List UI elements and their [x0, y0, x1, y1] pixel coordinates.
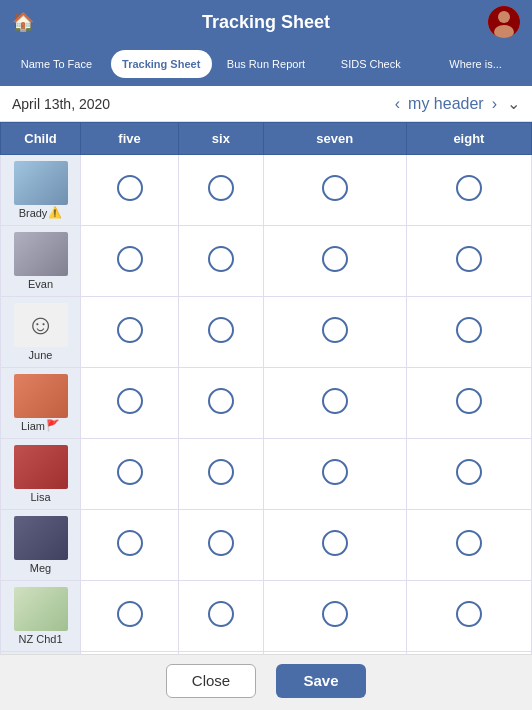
check-cell	[263, 581, 406, 652]
check-circle[interactable]	[208, 459, 234, 485]
child-photo	[14, 587, 68, 631]
check-circle[interactable]	[117, 317, 143, 343]
check-circle[interactable]	[117, 388, 143, 414]
check-cell	[81, 439, 179, 510]
check-cell	[263, 368, 406, 439]
tracking-table-container: Child five six seven eight Brady⚠️Evan☺J…	[0, 122, 532, 654]
child-photo: ☺	[14, 303, 68, 347]
check-cell	[81, 155, 179, 226]
tab-where-is[interactable]: Where is...	[425, 50, 526, 78]
save-button[interactable]: Save	[276, 664, 366, 698]
check-circle[interactable]	[322, 459, 348, 485]
check-circle[interactable]	[117, 601, 143, 627]
check-circle[interactable]	[322, 388, 348, 414]
check-cell	[406, 368, 531, 439]
table-row: Meg	[1, 510, 532, 581]
prev-date-button[interactable]: ‹	[395, 95, 400, 113]
close-button[interactable]: Close	[166, 664, 256, 698]
avatar[interactable]	[488, 6, 520, 38]
check-circle[interactable]	[322, 317, 348, 343]
date-bar: April 13th, 2020 ‹ my header › ⌄	[0, 86, 532, 122]
check-circle[interactable]	[322, 175, 348, 201]
check-cell	[81, 581, 179, 652]
child-flag: ⚠️	[48, 206, 62, 219]
check-cell	[81, 510, 179, 581]
check-circle[interactable]	[117, 530, 143, 556]
check-cell	[81, 297, 179, 368]
table-row: Brady⚠️	[1, 155, 532, 226]
child-name: Liam	[21, 420, 45, 432]
check-circle[interactable]	[117, 459, 143, 485]
check-cell	[406, 226, 531, 297]
tab-sids-check[interactable]: SIDS Check	[320, 50, 421, 78]
check-circle[interactable]	[322, 601, 348, 627]
child-name: Lisa	[30, 491, 50, 503]
svg-point-1	[498, 11, 510, 23]
header-label: my header	[408, 95, 484, 113]
table-row: Lisa	[1, 439, 532, 510]
check-circle[interactable]	[117, 175, 143, 201]
check-circle[interactable]	[322, 246, 348, 272]
check-cell	[406, 439, 531, 510]
tab-bus-run-report[interactable]: Bus Run Report	[216, 50, 317, 78]
child-cell-meg: Meg	[1, 510, 81, 581]
check-circle[interactable]	[456, 388, 482, 414]
child-cell-nz chd1: NZ Chd1	[1, 581, 81, 652]
table-row: NZ Chd1	[1, 581, 532, 652]
child-cell-brady: Brady⚠️	[1, 155, 81, 226]
tab-name-to-face[interactable]: Name To Face	[6, 50, 107, 78]
check-circle[interactable]	[456, 459, 482, 485]
child-name: Evan	[28, 278, 53, 290]
check-circle[interactable]	[322, 530, 348, 556]
child-name: Brady	[19, 207, 48, 219]
check-cell	[81, 368, 179, 439]
check-cell	[406, 155, 531, 226]
dropdown-icon[interactable]: ⌄	[507, 94, 520, 113]
current-date: April 13th, 2020	[12, 96, 395, 112]
check-circle[interactable]	[208, 175, 234, 201]
check-cell	[179, 439, 264, 510]
top-bar: 🏠 Tracking Sheet	[0, 0, 532, 44]
check-circle[interactable]	[456, 246, 482, 272]
child-photo	[14, 516, 68, 560]
check-cell	[263, 226, 406, 297]
home-icon[interactable]: 🏠	[12, 11, 34, 33]
check-circle[interactable]	[456, 175, 482, 201]
col-header-five: five	[81, 123, 179, 155]
col-header-eight: eight	[406, 123, 531, 155]
child-photo	[14, 445, 68, 489]
check-circle[interactable]	[208, 601, 234, 627]
check-cell	[406, 581, 531, 652]
table-row: Evan	[1, 226, 532, 297]
child-photo	[14, 232, 68, 276]
table-row: Liam🚩	[1, 368, 532, 439]
check-cell	[179, 368, 264, 439]
tab-tracking-sheet[interactable]: Tracking Sheet	[111, 50, 212, 78]
check-cell	[179, 226, 264, 297]
child-flag: 🚩	[46, 419, 60, 432]
check-cell	[179, 297, 264, 368]
check-circle[interactable]	[117, 246, 143, 272]
check-cell	[179, 581, 264, 652]
check-cell	[179, 510, 264, 581]
check-circle[interactable]	[208, 530, 234, 556]
check-cell	[263, 510, 406, 581]
nav-tabs: Name To Face Tracking Sheet Bus Run Repo…	[0, 44, 532, 86]
check-circle[interactable]	[208, 317, 234, 343]
next-date-button[interactable]: ›	[492, 95, 497, 113]
check-circle[interactable]	[456, 601, 482, 627]
tracking-table: Child five six seven eight Brady⚠️Evan☺J…	[0, 122, 532, 654]
check-circle[interactable]	[208, 246, 234, 272]
col-header-seven: seven	[263, 123, 406, 155]
check-cell	[81, 226, 179, 297]
child-cell-lisa: Lisa	[1, 439, 81, 510]
check-cell	[406, 510, 531, 581]
check-circle[interactable]	[456, 530, 482, 556]
child-photo	[14, 161, 68, 205]
check-cell	[263, 297, 406, 368]
child-photo	[14, 374, 68, 418]
check-circle[interactable]	[456, 317, 482, 343]
check-circle[interactable]	[208, 388, 234, 414]
check-cell	[263, 439, 406, 510]
check-cell	[263, 155, 406, 226]
